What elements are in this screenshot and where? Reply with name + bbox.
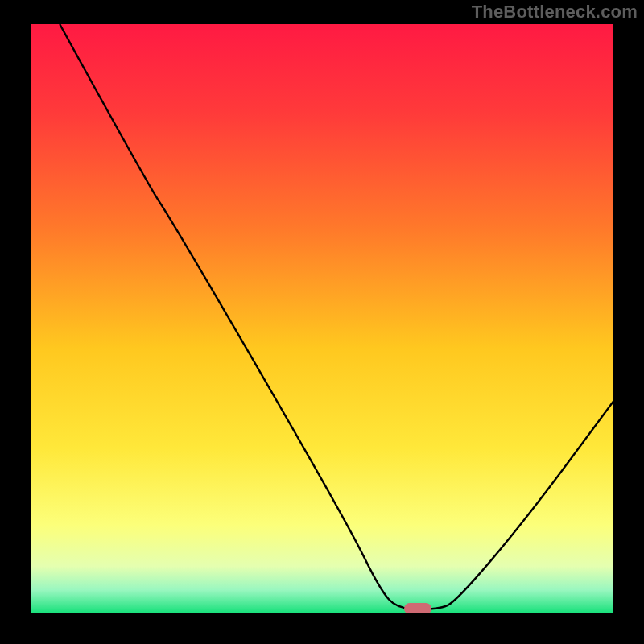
curve-line	[60, 24, 613, 609]
curve-layer	[31, 24, 613, 613]
optimum-marker	[404, 603, 431, 613]
plot-area	[31, 24, 613, 613]
watermark-text: TheBottleneck.com	[472, 2, 638, 23]
chart-container: TheBottleneck.com	[0, 0, 644, 644]
